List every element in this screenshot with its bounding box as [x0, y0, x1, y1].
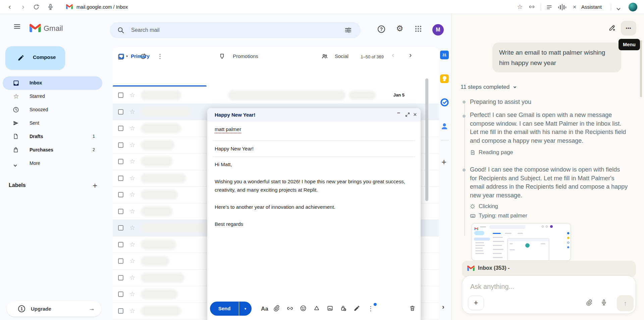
- close-compose-icon[interactable]: ×: [413, 111, 417, 118]
- tab-social[interactable]: Social: [316, 47, 396, 66]
- browser-back-icon[interactable]: ‹: [5, 0, 15, 14]
- row-star-icon[interactable]: ☆: [129, 241, 135, 248]
- send-options-caret[interactable]: ▾: [239, 302, 252, 316]
- compose-header[interactable]: Happy New Year! – ×: [207, 108, 421, 122]
- settings-gear-icon[interactable]: ⚙: [396, 24, 404, 33]
- assistant-input[interactable]: [470, 281, 604, 292]
- message-body[interactable]: Hi Matt, Wishing you a wonderful start t…: [215, 160, 413, 237]
- assistant-toolbar-label[interactable]: Assistant: [581, 0, 602, 14]
- drive-icon[interactable]: [313, 305, 321, 312]
- reading-list-icon[interactable]: [546, 4, 552, 10]
- voice-input-icon[interactable]: [600, 299, 607, 306]
- sidebar-item-starred[interactable]: ☆ Starred: [3, 90, 102, 103]
- attach-file-icon[interactable]: [273, 305, 280, 312]
- recipients-field[interactable]: matt palmer: [215, 126, 241, 133]
- row-checkbox[interactable]: [118, 308, 123, 314]
- page-context-chip[interactable]: Inbox (353) -: [462, 261, 636, 277]
- send-message-button[interactable]: ↑: [617, 295, 634, 311]
- action-reading-page[interactable]: Reading page: [470, 149, 513, 156]
- row-star-icon[interactable]: ☆: [129, 257, 135, 265]
- row-star-icon[interactable]: ☆: [129, 207, 135, 215]
- search-options-icon[interactable]: [344, 26, 352, 34]
- row-checkbox[interactable]: [118, 126, 123, 131]
- search-icon[interactable]: [117, 26, 124, 34]
- add-label-icon[interactable]: +: [93, 181, 97, 190]
- compose-button[interactable]: Compose: [5, 46, 65, 70]
- sidebar-item-sent[interactable]: Sent: [3, 117, 102, 130]
- browser-url[interactable]: mail.google.com / Inbox: [76, 0, 128, 14]
- send-button[interactable]: Send: [210, 302, 239, 316]
- row-star-icon[interactable]: ☆: [129, 174, 135, 182]
- search-input[interactable]: [131, 25, 319, 36]
- row-star-icon[interactable]: ☆: [129, 307, 135, 315]
- get-addons-icon[interactable]: +: [441, 157, 446, 167]
- tab-promotions[interactable]: Promotions: [213, 47, 307, 66]
- confidential-mode-icon[interactable]: [340, 305, 347, 312]
- assistant-menu-button[interactable]: •••: [621, 21, 636, 36]
- audio-waveform-icon[interactable]: [557, 0, 567, 14]
- attach-icon[interactable]: [586, 299, 592, 306]
- action-typing[interactable]: Typing: matt palmer: [470, 212, 527, 220]
- insert-emoji-icon[interactable]: [300, 305, 307, 312]
- row-checkbox[interactable]: [118, 142, 123, 148]
- apps-grid-icon[interactable]: [415, 25, 422, 34]
- tab-primary[interactable]: Primary: [113, 47, 207, 66]
- row-checkbox[interactable]: [118, 92, 123, 98]
- browser-reload-icon[interactable]: [33, 4, 40, 10]
- popout-icon[interactable]: [405, 112, 410, 117]
- older-page-icon[interactable]: ›: [409, 51, 412, 60]
- formatting-options-icon[interactable]: Aa: [261, 306, 268, 313]
- row-star-icon[interactable]: ☆: [129, 91, 135, 99]
- keep-icon[interactable]: [440, 74, 449, 84]
- row-checkbox[interactable]: [118, 275, 123, 280]
- contacts-icon[interactable]: [440, 122, 449, 131]
- sidebar-item-purchases[interactable]: Purchases 2: [3, 143, 102, 157]
- tasks-icon[interactable]: [440, 98, 449, 107]
- row-star-icon[interactable]: ☆: [129, 124, 135, 132]
- row-checkbox[interactable]: [118, 209, 123, 214]
- insert-link-icon[interactable]: [286, 305, 294, 312]
- email-row[interactable]: ☆ Jan 5: [113, 87, 439, 104]
- steps-summary-toggle[interactable]: 11 steps completed: [461, 84, 516, 90]
- row-star-icon[interactable]: ☆: [129, 157, 135, 165]
- sidebar-item-snoozed[interactable]: Snoozed: [3, 103, 102, 117]
- browser-mic-icon[interactable]: [47, 3, 54, 10]
- calendar-icon[interactable]: 31: [440, 51, 449, 60]
- row-checkbox[interactable]: [118, 109, 123, 115]
- row-checkbox[interactable]: [118, 292, 123, 297]
- row-star-icon[interactable]: ☆: [129, 290, 135, 298]
- mail-scrollbar[interactable]: [425, 78, 428, 201]
- subject-field[interactable]: Happy New Year!: [215, 146, 254, 151]
- more-send-options-icon[interactable]: ⋮: [368, 305, 374, 312]
- sidebar-item-inbox[interactable]: Inbox: [3, 76, 102, 90]
- action-clicking[interactable]: Clicking: [470, 203, 498, 210]
- sidebar-item-more[interactable]: More: [3, 157, 102, 170]
- link-icon[interactable]: [529, 4, 535, 10]
- browser-profile-avatar[interactable]: [629, 3, 637, 11]
- assistant-screenshot-thumbnail[interactable]: [472, 223, 571, 261]
- hide-side-panel-icon[interactable]: ›: [442, 303, 444, 311]
- add-attachment-button[interactable]: +: [468, 296, 484, 310]
- row-checkbox[interactable]: [118, 176, 123, 181]
- browser-forward-icon[interactable]: ›: [18, 0, 28, 14]
- row-checkbox[interactable]: [118, 242, 123, 247]
- bookmark-star-icon[interactable]: ☆: [515, 0, 525, 14]
- search-bar[interactable]: [110, 22, 361, 38]
- minimize-icon[interactable]: –: [397, 110, 400, 116]
- assistant-scrollbar[interactable]: [640, 40, 642, 97]
- discard-draft-icon[interactable]: [409, 305, 417, 312]
- main-menu-icon[interactable]: [13, 23, 21, 30]
- sidebar-item-drafts[interactable]: Drafts 1: [3, 130, 102, 143]
- row-star-icon[interactable]: ☆: [129, 141, 135, 149]
- row-checkbox[interactable]: [118, 159, 123, 164]
- account-avatar[interactable]: M: [432, 24, 444, 36]
- gmail-logo-icon[interactable]: [29, 23, 42, 34]
- insert-image-icon[interactable]: [327, 305, 334, 312]
- signature-pen-icon[interactable]: [354, 305, 361, 312]
- row-checkbox[interactable]: [118, 192, 123, 197]
- help-icon[interactable]: ?: [378, 25, 385, 33]
- row-star-icon[interactable]: ☆: [129, 224, 135, 232]
- chevron-down-icon[interactable]: [617, 5, 620, 11]
- new-chat-icon[interactable]: [608, 24, 616, 31]
- row-star-icon[interactable]: ☆: [129, 108, 135, 116]
